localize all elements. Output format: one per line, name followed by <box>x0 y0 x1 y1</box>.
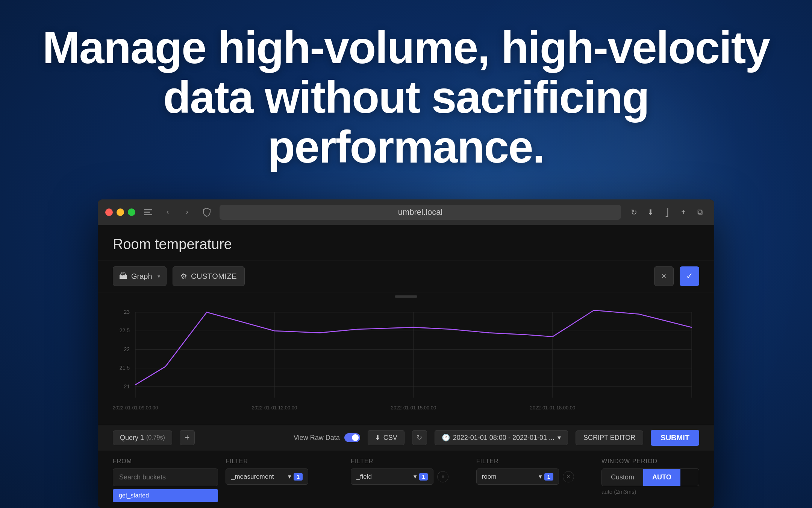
view-raw-section: View Raw Data <box>294 433 360 442</box>
tabs-button[interactable]: ⧉ <box>693 205 707 219</box>
filter-group-2: Filter _field ▾ 1 × <box>351 458 468 488</box>
svg-rect-2 <box>144 214 152 215</box>
customize-button[interactable]: ⚙ CUSTOMIZE <box>173 266 245 286</box>
filter1-row: _measurement ▾ 1 <box>226 468 343 485</box>
filter2-select[interactable]: _field ▾ 1 <box>351 468 433 485</box>
page-header: Room temperature <box>98 225 714 260</box>
address-bar[interactable]: umbrel.local <box>220 205 621 220</box>
window-hint: auto (2m3ms) <box>601 488 699 495</box>
window-period-section: WINDOW PERIOD Custom AUTO auto (2m3ms) <box>601 458 699 495</box>
filter1-label: Filter <box>226 458 343 465</box>
view-raw-label: View Raw Data <box>294 434 340 442</box>
filter3-field: room <box>482 473 497 481</box>
filter2-label: Filter <box>351 458 468 465</box>
hero-title: Manage high-volume, high-velocity data w… <box>38 23 774 172</box>
clock-icon: 🕐 <box>442 433 450 442</box>
script-editor-label: SCRIPT EDITOR <box>583 434 635 441</box>
filter3-remove-button[interactable]: × <box>563 471 574 482</box>
browser-window: ‹ › umbrel.local ↻ ⬇ ⎦ + ⧉ Room temperat… <box>98 199 714 508</box>
from-section: FROM get_started <box>113 458 218 502</box>
download-icon: ⬇ <box>375 433 380 442</box>
graph-label: Graph <box>131 272 152 281</box>
customize-label: CUSTOMIZE <box>191 272 237 281</box>
time-range-label: 2022-01-01 08:00 - 2022-01-01 ... <box>453 434 554 442</box>
svg-text:21.5: 21.5 <box>120 365 130 371</box>
time-range-button[interactable]: 🕐 2022-01-01 08:00 - 2022-01-01 ... ▾ <box>435 430 568 445</box>
traffic-light-green[interactable] <box>128 208 135 216</box>
add-query-button[interactable]: + <box>180 430 195 445</box>
svg-text:22.5: 22.5 <box>120 327 130 333</box>
site-url: umbrel.local <box>398 207 443 217</box>
query-tab[interactable]: Query 1 (0.79s) <box>113 430 172 445</box>
query-label: Query 1 <box>120 434 144 442</box>
from-label: FROM <box>113 458 218 465</box>
forward-button[interactable]: › <box>180 205 194 219</box>
view-raw-toggle[interactable] <box>344 433 360 442</box>
query-bar: Query 1 (0.79s) + View Raw Data ⬇ CSV ↻ … <box>98 425 714 450</box>
filter1-select[interactable]: _measurement ▾ 1 <box>226 468 308 485</box>
filter2-row: _field ▾ 1 × <box>351 468 468 485</box>
drag-handle[interactable] <box>395 295 417 298</box>
window-period-toggle: Custom AUTO <box>601 468 699 486</box>
toolbar: 🏔 Graph ▾ ⚙ CUSTOMIZE × ✓ <box>98 260 714 292</box>
svg-text:2022-01-01 12:00:00: 2022-01-01 12:00:00 <box>252 405 297 411</box>
chart-icon: 🏔 <box>119 271 127 281</box>
csv-button[interactable]: ⬇ CSV <box>368 430 404 445</box>
filter-panel: FROM get_started Filter _measurement ▾ 1 <box>98 450 714 506</box>
svg-text:2022-01-01 15:00:00: 2022-01-01 15:00:00 <box>391 405 436 411</box>
bucket-item[interactable]: get_started <box>113 489 218 502</box>
graph-button[interactable]: 🏔 Graph ▾ <box>113 266 167 286</box>
svg-text:23: 23 <box>124 309 130 315</box>
close-icon: × <box>662 271 667 281</box>
filter-group-3: Filter room ▾ 1 × <box>476 458 594 488</box>
page-title: Room temperature <box>113 236 699 252</box>
filter2-remove-button[interactable]: × <box>437 471 448 482</box>
gear-icon: ⚙ <box>180 272 188 281</box>
auto-button[interactable]: AUTO <box>643 469 680 486</box>
query-timing: (0.79s) <box>146 434 165 441</box>
hero-section: Manage high-volume, high-velocity data w… <box>0 23 812 172</box>
traffic-lights <box>105 208 135 216</box>
download-button[interactable]: ⬇ <box>644 205 657 219</box>
svg-text:22: 22 <box>124 346 130 352</box>
search-buckets-input[interactable] <box>113 468 218 486</box>
sidebar-toggle-button[interactable] <box>141 205 155 219</box>
app-content: Room temperature 🏔 Graph ▾ ⚙ CUSTOMIZE ×… <box>98 225 714 508</box>
time-range-chevron-icon: ▾ <box>557 433 561 442</box>
filter2-field: _field <box>356 473 372 481</box>
svg-text:2022-01-01 18:00:00: 2022-01-01 18:00:00 <box>530 405 576 411</box>
filter3-badge: 1 <box>544 473 553 481</box>
confirm-button[interactable]: ✓ <box>680 266 699 286</box>
svg-rect-1 <box>144 211 150 213</box>
submit-label: SUBMIT <box>661 433 689 442</box>
chart-area: 23 22.5 22 21.5 21 2022-01-01 09:00:00 2… <box>98 301 714 425</box>
filter1-field: _measurement <box>231 473 274 481</box>
share-button[interactable]: ⎦ <box>660 205 674 219</box>
filter2-badge: 1 <box>419 473 428 481</box>
custom-button[interactable]: Custom <box>602 469 643 486</box>
reload-button[interactable]: ↻ <box>627 205 641 219</box>
filter-group-1: Filter _measurement ▾ 1 <box>226 458 343 488</box>
filter3-select[interactable]: room ▾ 1 <box>476 468 559 485</box>
filter3-row: room ▾ 1 × <box>476 468 594 485</box>
csv-label: CSV <box>383 434 397 442</box>
svg-text:21: 21 <box>124 383 130 389</box>
svg-text:2022-01-01 09:00:00: 2022-01-01 09:00:00 <box>113 405 158 411</box>
traffic-light-red[interactable] <box>105 208 113 216</box>
script-editor-button[interactable]: SCRIPT EDITOR <box>576 430 643 445</box>
refresh-button[interactable]: ↻ <box>412 430 427 445</box>
temperature-chart: 23 22.5 22 21.5 21 2022-01-01 09:00:00 2… <box>113 304 699 425</box>
back-button[interactable]: ‹ <box>161 205 174 219</box>
submit-button[interactable]: SUBMIT <box>651 430 699 446</box>
window-period-label: WINDOW PERIOD <box>601 458 699 465</box>
close-button[interactable]: × <box>654 266 674 286</box>
svg-rect-0 <box>144 209 152 210</box>
plus-icon: + <box>185 433 189 443</box>
filter3-label: Filter <box>476 458 594 465</box>
browser-actions: ↻ ⬇ ⎦ + ⧉ <box>627 205 707 219</box>
check-icon: ✓ <box>686 271 693 281</box>
browser-chrome: ‹ › umbrel.local ↻ ⬇ ⎦ + ⧉ <box>98 199 714 225</box>
new-tab-button[interactable]: + <box>677 205 690 219</box>
traffic-light-yellow[interactable] <box>117 208 124 216</box>
chevron-down-icon: ▾ <box>539 473 542 481</box>
